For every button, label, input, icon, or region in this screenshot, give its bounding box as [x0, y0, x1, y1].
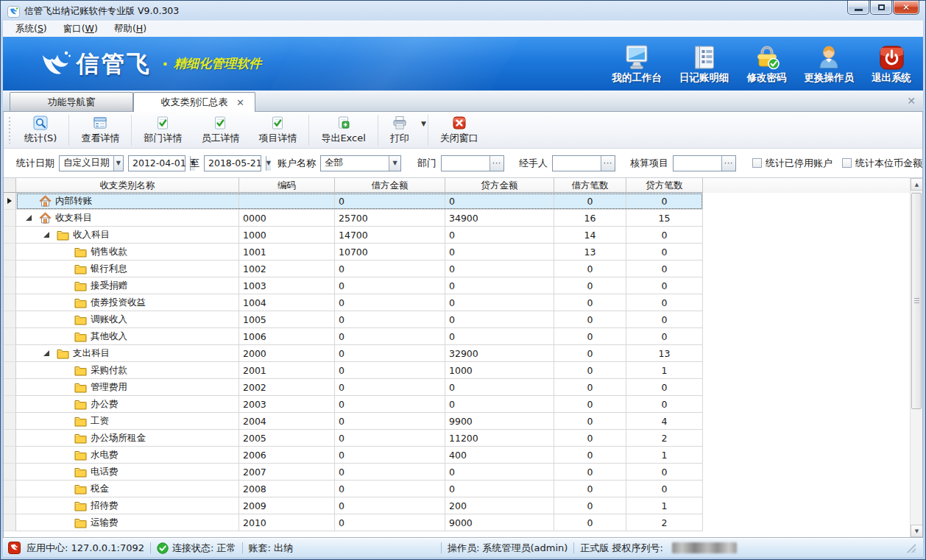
- toolbar-button-统计(S)[interactable]: 统计(S): [15, 113, 66, 146]
- resize-grip-icon[interactable]: [907, 544, 916, 553]
- chevron-down-icon[interactable]: ▼: [389, 156, 400, 171]
- date-to-select[interactable]: 2018-05-21 ▼: [204, 155, 261, 171]
- category-name-cell[interactable]: 接受捐赠: [16, 277, 239, 294]
- banner-action-日记账明细[interactable]: 日记账明细: [679, 43, 729, 85]
- department-input[interactable]: [442, 156, 489, 171]
- folder-icon: [74, 450, 87, 461]
- banner-action-修改密码[interactable]: 修改密码: [747, 43, 787, 85]
- chevron-down-icon[interactable]: ▼: [266, 156, 271, 171]
- toolbar-button-项目详情[interactable]: 项目详情: [249, 113, 306, 146]
- table-row[interactable]: 调账收入10050000: [4, 311, 910, 328]
- base-currency-checkbox[interactable]: [842, 158, 852, 168]
- menu-item[interactable]: 窗口(W): [55, 21, 106, 38]
- toolbar-button-部门详情[interactable]: 部门详情: [134, 113, 191, 146]
- category-name-cell[interactable]: 招待费: [16, 497, 239, 514]
- category-name-cell[interactable]: 采购付款: [16, 362, 239, 379]
- operator-status: 操作员: 系统管理员(admin): [448, 542, 568, 555]
- chevron-down-icon[interactable]: ▼: [421, 120, 426, 127]
- category-name-cell[interactable]: 债券投资收益: [16, 294, 239, 311]
- close-button[interactable]: ✕: [893, 1, 919, 15]
- toolbar-button-员工详情[interactable]: 员工详情: [191, 113, 249, 146]
- column-header-贷方笔数[interactable]: 贷方笔数: [626, 178, 703, 193]
- ellipsis-lookup-icon[interactable]: ···: [489, 156, 503, 171]
- category-name-cell[interactable]: 税金: [16, 481, 239, 497]
- table-row[interactable]: 内部转账0000: [4, 193, 910, 210]
- maximize-button[interactable]: [870, 1, 892, 15]
- scroll-down-icon[interactable]: ▼: [911, 525, 922, 537]
- category-name-cell[interactable]: 其他收入: [16, 328, 239, 345]
- table-row[interactable]: 水电费2006040001: [4, 447, 910, 464]
- table-row[interactable]: 收支科目000025700349001615: [4, 210, 910, 227]
- column-header-借方笔数[interactable]: 借方笔数: [554, 178, 626, 193]
- toolbar-grip[interactable]: [8, 117, 11, 143]
- category-name-cell[interactable]: 支出科目: [16, 345, 239, 362]
- tree-expanded-icon[interactable]: [22, 215, 35, 221]
- category-name-cell[interactable]: 银行利息: [16, 260, 239, 277]
- table-row[interactable]: 支出科目2000032900013: [4, 345, 910, 362]
- include-disabled-accounts-checkbox[interactable]: [752, 158, 762, 168]
- table-row[interactable]: 接受捐赠10030000: [4, 277, 910, 294]
- category-name-cell[interactable]: 工资: [16, 413, 239, 430]
- account-select[interactable]: 全部 ▼: [320, 155, 401, 171]
- category-name-cell[interactable]: 电话费: [16, 464, 239, 481]
- category-name-cell[interactable]: 运输费: [16, 514, 239, 531]
- category-name-cell[interactable]: 管理费用: [16, 379, 239, 396]
- banner-action-退出系统[interactable]: 退出系统: [872, 43, 911, 85]
- table-row[interactable]: 运输费20100900002: [4, 514, 910, 531]
- table-row[interactable]: 销售收款1001107000130: [4, 244, 910, 260]
- banner-action-更换操作员[interactable]: 更换操作员: [805, 43, 855, 85]
- vertical-scrollbar[interactable]: ▲ ▼: [910, 178, 922, 537]
- table-row[interactable]: 管理费用20020000: [4, 379, 910, 396]
- toolbar-button-导出Excel[interactable]: 导出Excel: [311, 113, 375, 146]
- banner-action-我的工作台[interactable]: 我的工作台: [612, 43, 662, 85]
- menu-item[interactable]: 帮助(H): [106, 21, 155, 38]
- tabstrip-close-icon[interactable]: ✕: [907, 96, 916, 106]
- table-row[interactable]: 银行利息10020000: [4, 260, 910, 277]
- category-name-cell[interactable]: 调账收入: [16, 311, 239, 328]
- category-name-cell[interactable]: 销售收款: [16, 244, 239, 260]
- chevron-down-icon[interactable]: ▼: [113, 156, 124, 171]
- tree-expanded-icon[interactable]: [40, 350, 52, 356]
- row-indicator-gutter: [4, 396, 16, 413]
- column-header-借方金额[interactable]: 借方金额: [335, 178, 445, 193]
- table-row[interactable]: 其他收入10060000: [4, 328, 910, 345]
- category-name-cell[interactable]: 内部转账: [16, 193, 239, 210]
- category-name-cell[interactable]: 收支科目: [16, 210, 239, 227]
- category-name-cell[interactable]: 办公费: [16, 396, 239, 413]
- column-header-贷方金额[interactable]: 贷方金额: [445, 178, 554, 193]
- table-row[interactable]: 收入科目1000147000140: [4, 227, 910, 244]
- tab-function-navigator[interactable]: 功能导航窗: [10, 92, 133, 111]
- ellipsis-lookup-icon[interactable]: ···: [721, 156, 735, 171]
- column-header-收支类别名称[interactable]: 收支类别名称: [16, 178, 239, 193]
- toolbar-button-打印[interactable]: 打印▼: [381, 113, 425, 146]
- table-row[interactable]: 电话费20070000: [4, 464, 910, 481]
- column-header-编码[interactable]: 编码: [239, 178, 335, 193]
- category-name-cell[interactable]: 水电费: [16, 447, 239, 464]
- table-row[interactable]: 招待费2009020001: [4, 497, 910, 514]
- tree-expanded-icon[interactable]: [40, 232, 52, 238]
- table-row[interactable]: 税金20080000: [4, 481, 910, 497]
- category-name-cell[interactable]: 办公场所租金: [16, 430, 239, 447]
- toolbar-button-关闭窗口[interactable]: 关闭窗口: [431, 113, 488, 146]
- handler-input[interactable]: [553, 156, 601, 171]
- debit-count-cell: 0: [554, 193, 626, 210]
- tab-close-icon[interactable]: ✕: [236, 98, 244, 107]
- date-mode-select[interactable]: 自定义日期 ▼: [59, 155, 124, 171]
- ellipsis-lookup-icon[interactable]: ···: [601, 156, 615, 171]
- table-row[interactable]: 采购付款20010100001: [4, 362, 910, 379]
- scrollbar-thumb[interactable]: [911, 193, 922, 409]
- category-name-cell[interactable]: 收入科目: [16, 227, 239, 244]
- account-set-status: 账套: 出纳: [249, 542, 294, 555]
- category-name: 债券投资收益: [91, 297, 146, 309]
- table-row[interactable]: 办公场所租金200501120002: [4, 430, 910, 447]
- table-row[interactable]: 办公费20030000: [4, 396, 910, 413]
- toolbar-button-查看详情[interactable]: 查看详情: [71, 113, 129, 146]
- tab-income-expense-summary[interactable]: 收支类别汇总表 ✕: [133, 92, 255, 112]
- project-input[interactable]: [674, 156, 721, 171]
- minimize-button[interactable]: [847, 1, 869, 15]
- menu-item[interactable]: 系统(S): [7, 21, 55, 38]
- table-row[interactable]: 工资20040990004: [4, 413, 910, 430]
- date-from-select[interactable]: 2012-04-01 ▼: [128, 155, 185, 171]
- table-row[interactable]: 债券投资收益10040000: [4, 294, 910, 311]
- scroll-up-icon[interactable]: ▲: [911, 178, 922, 191]
